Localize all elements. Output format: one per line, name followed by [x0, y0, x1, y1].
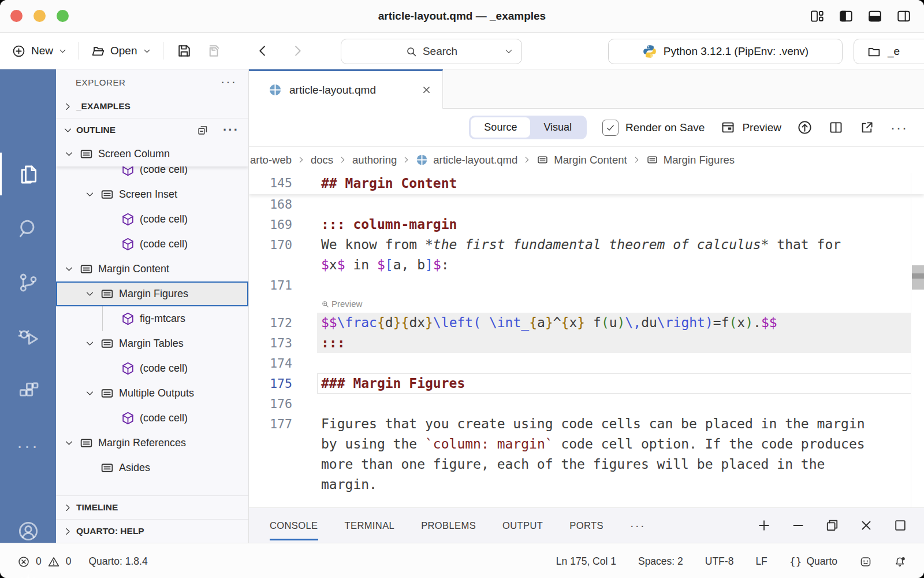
code-line-168[interactable]: 168 — [249, 194, 924, 214]
section-icon — [79, 262, 94, 276]
code-editor[interactable]: 145## Margin Content 168169::: column-ma… — [249, 173, 924, 507]
code-line-174[interactable]: 174 — [249, 353, 924, 373]
outline-item--code-cell-[interactable]: (code cell) — [56, 232, 248, 257]
code-line-175[interactable]: 175### Margin Figures — [249, 373, 924, 394]
new-button[interactable]: New — [12, 44, 67, 58]
activity-bar-item-run-debug[interactable] — [0, 314, 56, 360]
activity-bar-item-files[interactable] — [0, 151, 56, 197]
code-line-wrap[interactable]: by using the `column: margin` code cell … — [249, 434, 924, 454]
outline-item-margin-content[interactable]: Margin Content — [56, 257, 248, 281]
save-button[interactable] — [176, 43, 192, 59]
activity-bar-item-settings[interactable] — [0, 562, 56, 578]
panel-tab-problems[interactable]: PROBLEMS — [421, 508, 476, 543]
outline-item-screen-column[interactable]: Screen Column — [56, 142, 248, 166]
code-line-wrap[interactable]: $x$ in $[a, b]$: — [249, 255, 924, 275]
visual-mode-button[interactable]: Visual — [530, 117, 585, 138]
breadcrumb-article-layout-qmd[interactable]: article-layout.qmd — [416, 154, 517, 166]
breadcrumb-margin-content[interactable]: Margin Content — [536, 154, 627, 166]
search-input[interactable]: Search — [341, 39, 522, 64]
outline-item-fig-mtcars[interactable]: fig-mtcars — [56, 306, 248, 331]
toggle-left-panel-icon[interactable] — [839, 9, 854, 24]
close-window-button[interactable] — [10, 10, 23, 22]
panel-close-icon[interactable] — [859, 518, 874, 533]
interpreter-selector[interactable]: Python 3.12.1 (PipEnv: .venv) — [608, 39, 843, 64]
code-line-177[interactable]: 177Figures that you create using code ce… — [249, 414, 924, 434]
sidebar-section-examples[interactable]: _EXAMPLES — [56, 95, 248, 118]
activity-bar-item-account[interactable] — [0, 509, 56, 554]
outline-item--code-cell-[interactable]: (code cell) — [56, 207, 248, 232]
source-mode-button[interactable]: Source — [471, 117, 530, 138]
sidebar-section-quarto-help[interactable]: QUARTO: HELP — [56, 519, 248, 543]
activity-bar-item-more[interactable]: ··· — [0, 423, 56, 468]
activity-bar-item-extensions[interactable] — [0, 369, 56, 414]
status-indentation[interactable]: Spaces: 2 — [638, 555, 683, 568]
activity-bar-item-search[interactable] — [0, 206, 56, 251]
status-cursor-position[interactable]: Ln 175, Col 1 — [556, 555, 616, 568]
outline-item-multiple-outputs[interactable]: Multiple Outputs — [56, 381, 248, 406]
status-notifications[interactable] — [894, 555, 907, 568]
panel-tab-terminal[interactable]: TERMINAL — [345, 508, 395, 543]
save-all-button[interactable] — [205, 43, 221, 59]
code-line-170[interactable]: 170We know from *the first fundamental t… — [249, 235, 924, 255]
panel-minus-icon[interactable] — [791, 518, 806, 533]
outline-item-margin-tables[interactable]: Margin Tables — [56, 331, 248, 356]
panel-more-tabs-button[interactable]: ··· — [630, 523, 646, 528]
code-line-wrap[interactable]: margin. — [249, 475, 924, 495]
open-external-icon[interactable] — [859, 120, 875, 135]
explorer-more-actions-button[interactable]: ··· — [221, 79, 237, 85]
breadcrumb-margin-figures[interactable]: Margin Figures — [646, 154, 735, 166]
codelens-preview[interactable]: Preview — [249, 295, 924, 313]
editor-tab-article-layout[interactable]: article-layout.qmd — [249, 69, 443, 109]
toggle-right-panel-icon[interactable] — [896, 9, 911, 24]
outline-item-margin-figures[interactable]: Margin Figures — [56, 281, 248, 306]
code-line-176[interactable]: 176 — [249, 394, 924, 414]
code-line-172[interactable]: 172$$\frac{d}{dx}\left( \int_{a}^{x} f(u… — [249, 313, 924, 333]
activity-bar-item-source-control[interactable] — [0, 260, 56, 305]
code-line-171[interactable]: 171 — [249, 275, 924, 295]
forward-button[interactable] — [289, 43, 305, 59]
breadcrumb-authoring[interactable]: authoring — [352, 154, 397, 166]
close-tab-icon[interactable] — [421, 84, 432, 95]
sidebar-section-outline[interactable]: OUTLINE ··· — [56, 118, 248, 142]
code-line-169[interactable]: 169::: column-margin — [249, 214, 924, 235]
code-line-173[interactable]: 173::: — [249, 333, 924, 353]
panel-tab-output[interactable]: OUTPUT — [502, 508, 543, 543]
editor-scrollbar[interactable] — [911, 173, 924, 507]
breadcrumb-docs[interactable]: docs — [311, 154, 333, 166]
split-editor-icon[interactable] — [828, 120, 844, 135]
workspace-selector[interactable]: _e — [854, 39, 924, 64]
outline-item-screen-inset[interactable]: Screen Inset — [56, 182, 248, 207]
code-line-145[interactable]: 145## Margin Content — [249, 173, 924, 194]
status-language-mode[interactable]: {}Quarto — [789, 555, 837, 568]
render-on-save-checkbox[interactable] — [602, 120, 619, 136]
editor-more-actions-button[interactable]: ··· — [891, 125, 908, 130]
status-feedback[interactable] — [859, 555, 872, 568]
toggle-bottom-panel-icon[interactable] — [867, 9, 882, 24]
outline-item--code-cell-[interactable]: (code cell) — [56, 406, 248, 431]
status-eol[interactable]: LF — [755, 555, 767, 568]
zoom-window-button[interactable] — [57, 10, 69, 22]
outline-item--code-cell-[interactable]: (code cell) — [56, 356, 248, 381]
sidebar-section-timeline[interactable]: TIMELINE — [56, 495, 248, 519]
outline-more-actions-button[interactable]: ··· — [223, 127, 239, 133]
line-number: 174 — [249, 353, 292, 373]
panel-tab-console[interactable]: CONSOLE — [270, 508, 318, 543]
status-encoding[interactable]: UTF-8 — [705, 555, 734, 568]
collapse-all-icon[interactable] — [196, 124, 209, 136]
customize-layout-icon[interactable] — [810, 9, 825, 24]
render-publish-icon[interactable] — [797, 120, 813, 135]
back-button[interactable] — [255, 43, 271, 59]
minimize-window-button[interactable] — [33, 10, 46, 22]
quarto-version[interactable]: Quarto: 1.8.4 — [88, 555, 147, 568]
code-line-wrap[interactable]: more than one figure, each of the figure… — [249, 454, 924, 475]
outline-item-asides[interactable]: Asides — [56, 455, 248, 480]
panel-maximize-icon[interactable] — [893, 518, 908, 533]
breadcrumb-arto-web[interactable]: arto-web — [250, 154, 292, 166]
preview-button[interactable]: Preview — [720, 120, 781, 135]
panel-restore-icon[interactable] — [825, 518, 840, 533]
panel-plus-icon[interactable] — [757, 518, 772, 533]
panel-tab-ports[interactable]: PORTS — [569, 508, 603, 543]
line-number: 175 — [249, 373, 292, 394]
open-button[interactable]: Open — [91, 44, 151, 58]
outline-item-margin-references[interactable]: Margin References — [56, 431, 248, 455]
